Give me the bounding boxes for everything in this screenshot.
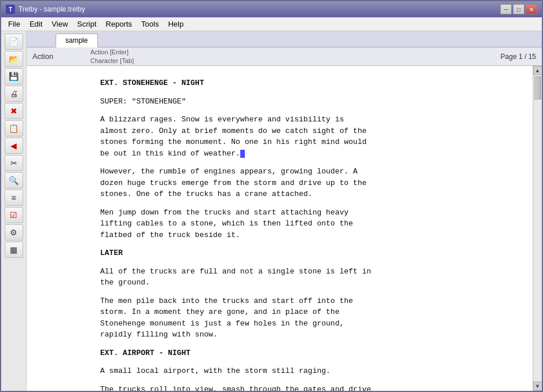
tab-bar: sample [27, 31, 542, 47]
left-toolbar: 📄📂💾🖨✖📋◀✂🔍≡☑⚙▦ [1, 31, 27, 391]
text-cursor [240, 150, 245, 158]
print-doc[interactable]: 🖨 [5, 86, 23, 102]
save-doc[interactable]: 💾 [5, 68, 23, 84]
format-btn[interactable]: 📋 [5, 120, 23, 136]
minimize-button[interactable]: ─ [500, 4, 512, 14]
script-line-2: A blizzard rages. Snow is everywhere and… [100, 114, 459, 159]
maximize-button[interactable]: □ [513, 4, 524, 14]
script-line-1: SUPER: "STONEHENGE" [100, 96, 459, 108]
script-line-10: The trucks roll into view, smash through… [100, 384, 459, 391]
menu-item-script[interactable]: Script [72, 19, 101, 29]
scroll-track[interactable] [534, 75, 542, 382]
menu-item-help[interactable]: Help [163, 19, 188, 29]
menu-item-edit[interactable]: Edit [25, 19, 47, 29]
script-line-9: A small local airport, with the storm st… [100, 365, 459, 377]
scroll-up-button[interactable]: ▲ [533, 66, 542, 75]
menu-bar: FileEditViewScriptReportsToolsHelp [1, 17, 542, 31]
script-line-0: EXT. STONEHENGE - NIGHT [100, 77, 459, 89]
body-area: 📄📂💾🖨✖📋◀✂🔍≡☑⚙▦ sample Action Action [Ente… [1, 31, 542, 391]
scrollbar: ▲ ▼ [533, 66, 542, 391]
grid-btn[interactable]: ▦ [5, 242, 23, 258]
search-btn[interactable]: 🔍 [5, 172, 23, 188]
element-type-label: Action [32, 52, 79, 61]
window-controls: ─ □ ✕ [500, 4, 537, 14]
red-arrow-btn[interactable]: ◀ [5, 138, 23, 154]
title-bar: T Trelby - sample.trelby ─ □ ✕ [1, 1, 542, 17]
close-button[interactable]: ✕ [526, 4, 537, 14]
editor-content[interactable]: EXT. STONEHENGE - NIGHTSUPER: "STONEHENG… [27, 66, 533, 391]
cut-btn[interactable]: ✂ [5, 155, 23, 171]
editor-area: sample Action Action [Enter] Character [… [27, 31, 542, 391]
editor-content-wrapper: EXT. STONEHENGE - NIGHTSUPER: "STONEHENG… [27, 66, 542, 391]
menu-item-tools[interactable]: Tools [137, 19, 163, 29]
script-line-5: LATER [100, 247, 459, 259]
main-window: T Trelby - sample.trelby ─ □ ✕ FileEditV… [0, 0, 543, 392]
new-doc[interactable]: 📄 [5, 34, 23, 50]
script-line-4: Men jump down from the trucks and start … [100, 207, 459, 241]
scroll-thumb[interactable] [534, 76, 541, 99]
page-info: Page 1 / 15 [501, 53, 536, 61]
window-title: Trelby - sample.trelby [19, 5, 500, 13]
menu-item-reports[interactable]: Reports [101, 19, 137, 29]
status-bar: Action Action [Enter] Character [Tab] Pa… [27, 47, 542, 66]
delete-btn[interactable]: ✖ [5, 103, 23, 119]
scroll-down-button[interactable]: ▼ [533, 382, 542, 391]
list-btn[interactable]: ≡ [5, 190, 23, 206]
menu-item-view[interactable]: View [47, 19, 72, 29]
script-page: EXT. STONEHENGE - NIGHTSUPER: "STONEHENG… [100, 77, 459, 391]
script-line-3: However, the rumble of engines appears, … [100, 166, 459, 200]
script-line-6: All of the trucks are full and not a sin… [100, 266, 459, 289]
script-line-7: The men pile back into the trucks and st… [100, 295, 459, 341]
checklist-btn[interactable]: ☑ [5, 207, 23, 223]
settings-btn[interactable]: ⚙ [5, 224, 23, 241]
shortcuts-info: Action [Enter] Character [Tab] [90, 48, 134, 65]
menu-item-file[interactable]: File [3, 19, 25, 29]
open-doc[interactable]: 📂 [5, 51, 23, 67]
script-line-8: EXT. AIRPORT - NIGHT [100, 347, 459, 359]
tab-sample[interactable]: sample [56, 34, 98, 47]
app-icon: T [6, 5, 15, 14]
